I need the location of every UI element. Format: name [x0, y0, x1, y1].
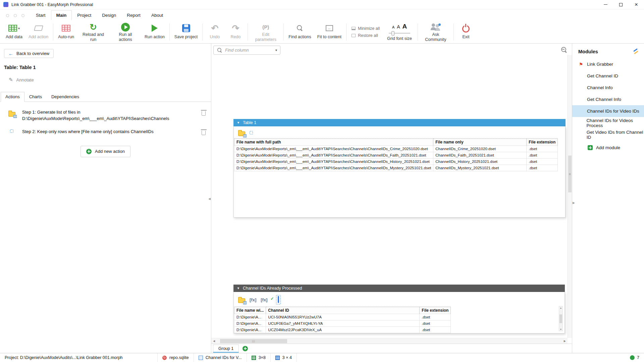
collapse-right-panel-handle[interactable]: ▶ — [573, 201, 575, 204]
add-group-button[interactable] — [243, 346, 248, 351]
column-header[interactable]: File name only — [433, 139, 527, 146]
status-module[interactable]: Channel IDs for V... — [194, 353, 247, 362]
action-step-2[interactable]: Step 2: Keep only rows where [File name … — [0, 125, 211, 138]
column-header[interactable]: Channel ID — [266, 307, 420, 314]
canvas-vertical-scrollbar[interactable]: ≡ — [568, 55, 572, 338]
edit-parameters-button[interactable]: (P) Edit parameters — [250, 21, 282, 43]
save-project-button[interactable]: Save project — [171, 21, 201, 43]
module-item[interactable]: ⚑ Link Grabber — [572, 58, 644, 70]
cell-full-path[interactable]: D:\Digenie\AuxMode\Reports\_em\___em\_Au… — [234, 152, 433, 159]
font-size-slider[interactable] — [389, 31, 410, 36]
cell-file-name[interactable]: D:\Digenie\A... — [234, 314, 266, 320]
column-header[interactable]: File extension — [527, 139, 558, 146]
quick-access-button[interactable] — [6, 14, 9, 17]
collapse-panel-icon[interactable]: ▼ — [237, 287, 240, 290]
fit-to-content-button[interactable]: ↔ Fit to content — [314, 21, 344, 43]
panel-vertical-scrollbar[interactable]: ▲ ▼ — [559, 306, 563, 331]
add-action-button[interactable]: Add action — [25, 21, 51, 43]
cell-channel-id[interactable]: UCZ04MszI2JPcaK3DIVeX_uA — [266, 327, 420, 333]
cell-file-name[interactable]: D:\Digenie\A... — [234, 320, 266, 327]
scrollbar-thumb[interactable]: ≡ — [568, 156, 572, 192]
cell-extension[interactable]: .dset — [420, 320, 451, 327]
action-tab[interactable]: Dependencies — [47, 92, 84, 102]
delete-action-icon[interactable] — [202, 111, 206, 116]
cell-channel-id[interactable]: UCUF0EGa7_yM4TXQl4LYt-YA — [266, 320, 420, 327]
status-grid-size-2[interactable]: 3 × 4 — [271, 353, 297, 362]
reload-and-run-button[interactable]: ↻ Reload and run — [77, 21, 109, 43]
module-item[interactable]: ⚑ Channel IDs for Videos Process — [572, 117, 644, 129]
scroll-down-icon[interactable]: ▼ — [560, 328, 562, 330]
keep-columns-icon[interactable] — [278, 296, 279, 303]
cell-full-path[interactable]: D:\Digenie\AuxMode\Reports\_em\___em\_Au… — [234, 165, 433, 171]
menu-tab[interactable]: Start — [31, 10, 51, 20]
status-project-path[interactable]: Project: D:\Digenie\AuxMode\Audits\...\L… — [0, 353, 158, 362]
status-grid-size-1[interactable]: 3×8 — [247, 353, 271, 362]
menu-tab[interactable]: Report — [121, 10, 146, 20]
module-item[interactable]: ⚑ Get Video IDs from Channel ID — [572, 129, 644, 140]
cell-file-name[interactable]: ChannelIDs_Faith_20251021.dset — [433, 152, 527, 159]
cell-channel-id[interactable]: UCI-50NIA0NI551RYUz2wU7A — [266, 314, 420, 320]
table-row[interactable]: D:\Digenie\A... UCI-50NIA0NI551RYUz2wU7A… — [234, 314, 451, 320]
table-row[interactable]: D:\Digenie\AuxMode\Reports\_em\___em\_Au… — [234, 152, 558, 159]
slider-thumb[interactable] — [391, 31, 394, 36]
quick-access-button[interactable] — [14, 14, 17, 17]
add-data-button[interactable]: ▾ Add data — [3, 21, 25, 43]
table-row[interactable]: D:\Digenie\AuxMode\Reports\_em\___em\_Au… — [234, 165, 558, 171]
column-header[interactable]: File name with full path — [234, 139, 433, 146]
ask-community-button[interactable]: Ask Community — [420, 21, 452, 43]
group-tab[interactable]: Group 1 — [213, 345, 239, 353]
scroll-left-icon[interactable]: ◀ — [211, 340, 217, 343]
cell-full-path[interactable]: D:\Digenie\AuxMode\Reports\_em\___em\_Au… — [234, 159, 433, 165]
scrollbar-thumb[interactable] — [559, 314, 562, 323]
add-new-action-button[interactable]: Add new action — [80, 146, 130, 157]
find-column-input[interactable] — [225, 48, 273, 53]
auto-run-button[interactable]: Auto-run — [55, 21, 77, 43]
delete-action-icon[interactable] — [202, 131, 206, 135]
run-all-actions-button[interactable]: Run all actions — [109, 21, 142, 43]
undo-button[interactable]: ↶ Undo — [204, 21, 225, 43]
close-button[interactable]: × — [629, 0, 644, 9]
notification-badge[interactable]: 7 — [625, 353, 644, 362]
scroll-up-icon[interactable]: ▲ — [560, 307, 562, 309]
menu-tab[interactable]: Main — [51, 10, 72, 20]
redo-button[interactable]: ↷ Redo — [225, 21, 246, 43]
scroll-right-icon[interactable]: ▶ — [562, 340, 568, 343]
minimize-all-button[interactable]: Minimize all — [352, 26, 380, 31]
action-tab[interactable]: Actions — [1, 92, 24, 102]
status-repo[interactable]: ↻ repo.sqlite — [158, 353, 194, 362]
module-item[interactable]: ⚑ Get Channel Info — [572, 94, 644, 105]
menu-tab[interactable]: Project — [72, 10, 97, 20]
menu-tab[interactable]: About — [146, 10, 168, 20]
module-item[interactable]: ⚑ Get Channel ID — [572, 70, 644, 82]
table1-header[interactable]: ▼ Table 1 — [233, 119, 566, 126]
table-row[interactable]: D:\Digenie\AuxMode\Reports\_em\___em\_Au… — [234, 146, 558, 152]
folder-icon[interactable] — [238, 131, 245, 136]
module-item[interactable]: ⚑ Channel IDs for Video IDs — [572, 105, 644, 117]
action-step-1[interactable]: Step 1: Generate list of files in D:\Dig… — [0, 105, 211, 125]
column-header[interactable]: File extension — [420, 307, 451, 314]
add-module-button[interactable]: Add module — [572, 145, 644, 150]
back-to-overview-button[interactable]: ← Back to overview — [4, 49, 54, 58]
module-settings-icon[interactable] — [633, 49, 639, 54]
cell-extension[interactable]: .dset — [420, 314, 451, 320]
cell-file-name[interactable]: ChannelIDs_History_20251021.dset — [433, 159, 527, 165]
menu-tab[interactable]: Design — [97, 10, 121, 20]
cell-extension[interactable]: .dset — [527, 152, 558, 159]
calculate-column-icon[interactable]: [fx] — [250, 297, 256, 302]
minimize-button[interactable] — [598, 0, 613, 9]
run-action-button[interactable]: Run action — [142, 21, 168, 43]
collapse-left-panel-handle[interactable]: ◀ — [208, 197, 211, 200]
calculate-column-icon[interactable]: [fx] — [261, 297, 267, 302]
table-row[interactable]: D:\Digenie\A... UCZ04MszI2JPcaK3DIVeX_uA… — [234, 327, 451, 333]
cell-extension[interactable]: .dset — [420, 327, 451, 333]
find-column-box[interactable]: ▾ — [213, 46, 280, 55]
cell-file-name[interactable]: D:\Digenie\A... — [234, 327, 266, 333]
exit-button[interactable]: Exit — [455, 21, 476, 43]
cell-extension[interactable]: .dset — [527, 159, 558, 165]
annotate-button[interactable]: ✎ Annotate — [9, 77, 211, 83]
cell-extension[interactable]: .dset — [527, 165, 558, 171]
module-item[interactable]: ⚑ Channel Info — [572, 82, 644, 94]
column-header[interactable]: File name wi... — [234, 307, 266, 314]
cell-extension[interactable]: .dset — [527, 146, 558, 152]
restore-all-button[interactable]: Restore all — [352, 33, 380, 38]
